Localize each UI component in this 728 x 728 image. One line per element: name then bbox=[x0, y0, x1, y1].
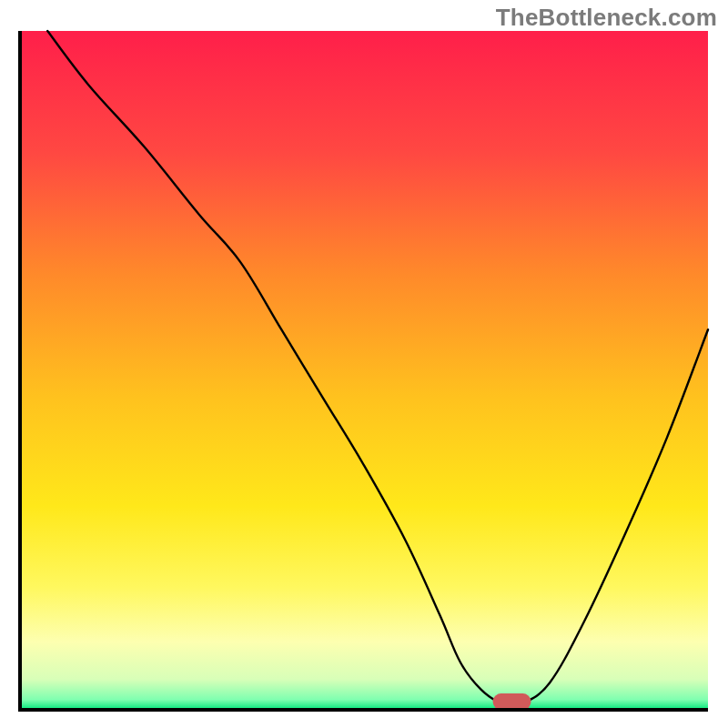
optimal-marker bbox=[493, 693, 531, 710]
watermark-text: TheBottleneck.com bbox=[496, 4, 717, 32]
plot-background bbox=[20, 31, 708, 710]
bottleneck-chart bbox=[0, 0, 728, 728]
chart-frame: TheBottleneck.com bbox=[0, 0, 728, 728]
